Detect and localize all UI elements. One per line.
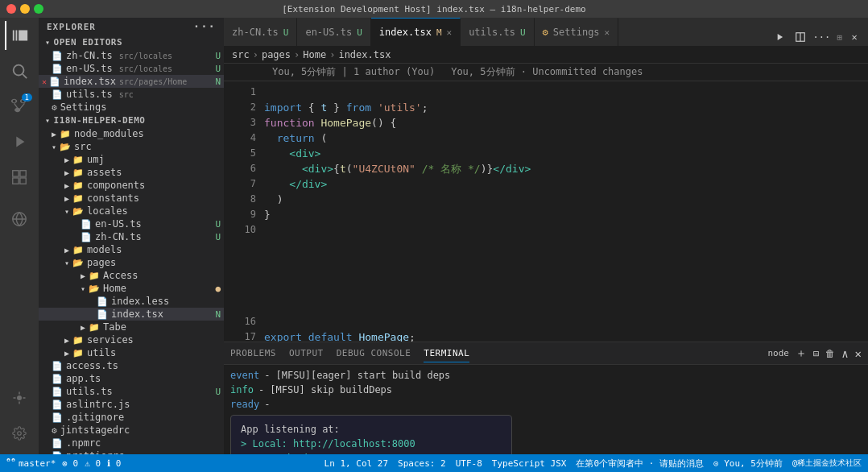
author-status[interactable]: ⊙ You, 5分钟前 bbox=[713, 458, 783, 470]
tab-en-us[interactable]: en-US.ts U bbox=[297, 18, 370, 46]
tab-close-icon[interactable]: ✕ bbox=[447, 27, 453, 38]
folder-components[interactable]: ▶ 📁 components bbox=[39, 179, 224, 192]
folder-open-icon: 📂 bbox=[72, 206, 84, 217]
close-panel-btn[interactable]: ✕ bbox=[855, 347, 862, 360]
svg-line-3 bbox=[19, 103, 25, 110]
open-editors-section[interactable]: ▾ OPEN EDITORS bbox=[39, 35, 224, 49]
folder-icon: 📁 bbox=[72, 335, 84, 346]
file-en-us-ts[interactable]: 📄 en-US.ts U bbox=[39, 217, 224, 230]
folder-table[interactable]: ▶ 📁 Tabe bbox=[39, 321, 224, 333]
run-toolbar-btn[interactable] bbox=[771, 28, 788, 46]
kill-terminal-btn[interactable]: 🗑 bbox=[825, 348, 835, 359]
folder-services[interactable]: ▶ 📁 services bbox=[39, 333, 224, 346]
tab-settings-close-icon[interactable]: ✕ bbox=[605, 27, 610, 38]
close-editors-btn[interactable]: ✕ bbox=[845, 28, 863, 46]
folder-umj[interactable]: ▶ 📁 umj bbox=[39, 153, 224, 166]
file-jintstagedrc[interactable]: ⚙ jintstagedrc bbox=[39, 424, 224, 437]
terminal-label: node bbox=[767, 348, 789, 358]
split-terminal-btn[interactable]: ⊟ bbox=[813, 348, 819, 359]
activity-source-control[interactable]: 1 bbox=[5, 92, 34, 121]
folder-icon: 📁 bbox=[72, 245, 84, 255]
activity-extensions[interactable] bbox=[5, 163, 34, 192]
file-app-ts[interactable]: 📄 app.ts bbox=[39, 372, 224, 385]
open-file-utils[interactable]: 📄 utils.ts src bbox=[39, 88, 224, 101]
activity-search[interactable] bbox=[5, 56, 34, 85]
svg-line-1 bbox=[23, 74, 27, 78]
panel-content[interactable]: event - [MFSU][eager] start build deps i… bbox=[224, 365, 868, 454]
folder-constants[interactable]: ▶ 📁 constants bbox=[39, 192, 224, 205]
tab-debug-console[interactable]: DEBUG CONSOLE bbox=[337, 345, 411, 362]
breadcrumb-src[interactable]: src bbox=[232, 49, 250, 60]
tab-utils-ts[interactable]: utils.ts U bbox=[461, 18, 534, 46]
folder-access[interactable]: ▶ 📁 Access bbox=[39, 269, 224, 282]
panel-actions: node ＋ ⊟ 🗑 ∧ ✕ bbox=[767, 346, 862, 361]
file-index-tsx-tree[interactable]: 📄 index.tsx N bbox=[39, 308, 224, 321]
file-index-less[interactable]: 📄 index.less bbox=[39, 295, 224, 308]
git-branch-status[interactable]: master* bbox=[6, 458, 56, 469]
file-icon: 📄 bbox=[97, 296, 108, 307]
new-terminal-btn[interactable]: ＋ bbox=[796, 346, 807, 361]
open-file-en-us[interactable]: 📄 en-US.ts src/locales U bbox=[39, 62, 224, 75]
spaces-status[interactable]: Spaces: 2 bbox=[398, 458, 446, 469]
open-file-settings[interactable]: ⚙ Settings bbox=[39, 101, 224, 114]
file-gitignore[interactable]: 📄 .gitignore bbox=[39, 411, 224, 424]
file-aslintrc[interactable]: 📄 aslintrc.js bbox=[39, 398, 224, 411]
info-status[interactable]: ℹ 0 bbox=[107, 458, 121, 469]
breadcrumb-home[interactable]: Home bbox=[303, 49, 326, 60]
open-file-zh-cn[interactable]: 📄 zh-CN.ts src/locales U bbox=[39, 49, 224, 62]
breadcrumb-pages[interactable]: pages bbox=[262, 49, 291, 60]
split-editor-btn[interactable] bbox=[792, 28, 809, 46]
folder-utils[interactable]: ▶ 📁 utils bbox=[39, 346, 224, 359]
community-status[interactable]: @稀土掘金技术社区 bbox=[792, 458, 862, 469]
tab-zh-cn[interactable]: zh-CN.ts U bbox=[224, 18, 297, 46]
breadcrumb: src › pages › Home › index.tsx bbox=[224, 46, 868, 64]
activity-settings[interactable] bbox=[5, 419, 34, 448]
folder-home[interactable]: ▾ 📂 Home ● bbox=[39, 282, 224, 295]
sidebar-more-icon[interactable]: ··· bbox=[193, 20, 216, 33]
file-access-ts[interactable]: 📄 access.ts bbox=[39, 359, 224, 372]
git-changes-status[interactable]: 在第0个审阅者中 · 请贴的消息 bbox=[576, 458, 704, 470]
tab-problems[interactable]: PROBLEMS bbox=[230, 345, 276, 362]
encoding-status[interactable]: UTF-8 bbox=[456, 458, 482, 469]
file-npmrc[interactable]: 📄 .npmrc bbox=[39, 437, 224, 449]
file-icon: ⚙ bbox=[52, 425, 57, 436]
file-zh-cn-ts[interactable]: 📄 zh-CN.ts U bbox=[39, 230, 224, 243]
breadcrumb-file[interactable]: index.tsx bbox=[338, 49, 391, 60]
editor[interactable]: You, 5分钟前 | 1 author (You) You, 5分钟前 · U… bbox=[224, 64, 868, 342]
cursor-position-status[interactable]: Ln 1, Col 27 bbox=[324, 458, 388, 469]
folder-models[interactable]: ▶ 📁 models bbox=[39, 243, 224, 256]
activity-i18n[interactable] bbox=[5, 205, 34, 234]
open-file-index-tsx[interactable]: ✕ 📄 index.tsx src/pages/Home N bbox=[39, 75, 224, 88]
activity-bar: 1 bbox=[0, 18, 39, 454]
folder-assets[interactable]: ▶ 📁 assets bbox=[39, 166, 224, 179]
maximize-panel-btn[interactable]: ∧ bbox=[841, 347, 848, 360]
tab-terminal[interactable]: TERMINAL bbox=[424, 345, 469, 362]
warning-status[interactable]: ⚠ 0 bbox=[85, 458, 101, 469]
file-icon: 📄 bbox=[81, 219, 92, 230]
line-numbers: 1 2 3 4 5 6 7 8 9 10 16 17 bbox=[224, 85, 264, 342]
tab-index-tsx[interactable]: index.tsx M ✕ bbox=[371, 18, 461, 46]
file-utils-ts[interactable]: 📄 utils.ts U bbox=[39, 385, 224, 398]
close-file-icon[interactable]: ✕ bbox=[42, 77, 47, 86]
folder-node-modules[interactable]: ▶ 📁 node_modules bbox=[39, 127, 224, 140]
language-status[interactable]: TypeScript JSX bbox=[492, 458, 567, 469]
error-status[interactable]: ⊗ 0 bbox=[62, 458, 78, 469]
tab-settings[interactable]: ⚙ Settings ✕ bbox=[535, 18, 619, 46]
tab-bar: zh-CN.ts U en-US.ts U index.tsx M ✕ util… bbox=[224, 18, 868, 46]
close-button[interactable] bbox=[6, 4, 16, 14]
file-icon: 📄 bbox=[52, 387, 63, 397]
folder-src[interactable]: ▾ 📂 src bbox=[39, 140, 224, 153]
project-section[interactable]: ▾ I18N-HELPER-DEMO bbox=[39, 114, 224, 127]
more-actions-btn[interactable]: ··· bbox=[812, 28, 830, 46]
terminal-line-ready: ready - bbox=[230, 397, 862, 412]
fullscreen-button[interactable] bbox=[34, 4, 43, 14]
file-icon: 📄 bbox=[52, 64, 63, 74]
folder-pages[interactable]: ▾ 📂 pages bbox=[39, 256, 224, 269]
folder-locales[interactable]: ▾ 📂 locales bbox=[39, 205, 224, 217]
activity-run[interactable] bbox=[5, 127, 34, 156]
minimize-button[interactable] bbox=[20, 4, 30, 14]
activity-remote[interactable] bbox=[5, 383, 34, 412]
tab-output[interactable]: OUTPUT bbox=[289, 345, 324, 362]
svg-point-9 bbox=[17, 395, 22, 400]
activity-explorer[interactable] bbox=[5, 21, 34, 50]
